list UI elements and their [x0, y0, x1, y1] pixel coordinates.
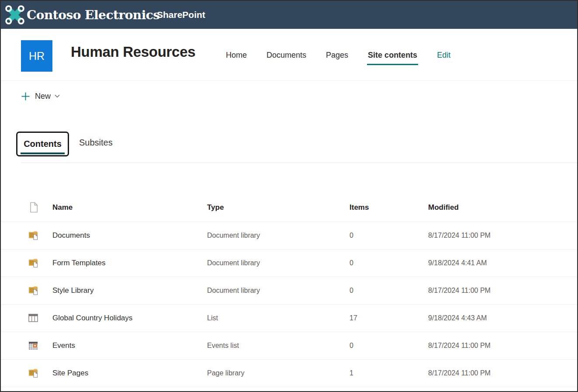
contoso-logo-icon[interactable]	[5, 5, 25, 25]
item-type: Document library	[207, 287, 350, 295]
new-button-label: New	[35, 92, 51, 101]
item-count: 0	[350, 342, 428, 350]
item-count: 17	[350, 314, 428, 322]
site-contents-table: Name Type Items Modified DocumentsDocume…	[1, 193, 577, 387]
column-header-items[interactable]: Items	[350, 203, 428, 212]
table-row[interactable]: Global Country HolidaysList179/18/2024 4…	[1, 305, 577, 332]
column-header-modified[interactable]: Modified	[428, 203, 577, 212]
nav-item-site-contents[interactable]: Site contents	[368, 51, 417, 65]
pivot-divider	[21, 163, 577, 163]
nav-item-pages[interactable]: Pages	[326, 51, 348, 65]
plus-icon	[21, 92, 30, 101]
item-modified: 9/18/2024 4:43 AM	[428, 314, 577, 322]
page-icon	[30, 202, 52, 213]
tab-subsites[interactable]: Subsites	[79, 138, 113, 148]
column-header-type[interactable]: Type	[207, 203, 350, 212]
site-navigation: Home Documents Pages Site contents Edit	[226, 51, 450, 65]
suite-top-bar: Contoso Electronics SharePoint	[1, 1, 577, 29]
item-count: 0	[350, 287, 428, 295]
tab-contents[interactable]: Contents	[16, 132, 69, 156]
item-type: Document library	[207, 259, 350, 267]
table-row[interactable]: Form TemplatesDocument library09/18/2024…	[1, 250, 577, 277]
item-name-link[interactable]: Form Templates	[52, 259, 207, 267]
item-modified: 8/17/2024 11:00 PM	[428, 232, 577, 239]
item-type: Document library	[207, 232, 350, 239]
tab-contents-label: Contents	[24, 139, 62, 149]
item-name-link[interactable]: Site Pages	[52, 369, 207, 378]
nav-item-documents[interactable]: Documents	[267, 51, 306, 65]
page-library-icon	[28, 368, 52, 378]
site-logo-tile[interactable]: HR	[21, 40, 52, 72]
table-row[interactable]: Site PagesPage library18/17/2024 11:00 P…	[1, 360, 577, 387]
site-title[interactable]: Human Resources	[71, 44, 195, 60]
new-button[interactable]: New	[21, 89, 60, 104]
document-library-icon	[28, 230, 52, 241]
item-count: 0	[350, 232, 428, 239]
nav-item-home[interactable]: Home	[226, 51, 247, 65]
item-name-link[interactable]: Documents	[52, 231, 207, 240]
table-row[interactable]: Style LibraryDocument library08/17/2024 …	[1, 277, 577, 305]
table-row[interactable]: EventsEvents list08/17/2024 11:00 PM	[1, 332, 577, 360]
site-header: HR Human Resources Home Documents Pages …	[1, 29, 577, 81]
item-modified: 8/17/2024 11:00 PM	[428, 369, 577, 377]
chevron-down-icon	[55, 94, 60, 98]
table-body: DocumentsDocument library08/17/2024 11:0…	[1, 222, 577, 387]
table-header-row: Name Type Items Modified	[1, 193, 577, 222]
column-header-name[interactable]: Name	[52, 203, 207, 212]
document-library-icon	[28, 285, 52, 296]
sharepoint-site-contents-page: Contoso Electronics SharePoint HR Human …	[0, 0, 578, 392]
item-name-link[interactable]: Events	[52, 341, 207, 350]
item-name-link[interactable]: Global Country Holidays	[52, 314, 207, 323]
brand-name: Contoso Electronics	[27, 8, 160, 22]
list-icon	[28, 313, 52, 323]
table-row[interactable]: DocumentsDocument library08/17/2024 11:0…	[1, 222, 577, 250]
item-modified: 8/17/2024 11:00 PM	[428, 287, 577, 295]
events-icon	[28, 341, 52, 350]
item-count: 0	[350, 259, 428, 267]
item-type: List	[207, 314, 350, 322]
item-modified: 8/17/2024 11:00 PM	[428, 342, 577, 350]
item-count: 1	[350, 369, 428, 377]
nav-edit-link[interactable]: Edit	[437, 51, 450, 60]
sharepoint-home-link[interactable]: SharePoint	[157, 10, 205, 20]
item-modified: 9/18/2024 4:41 AM	[428, 259, 577, 267]
document-library-icon	[28, 258, 52, 268]
item-name-link[interactable]: Style Library	[52, 286, 207, 295]
item-type: Events list	[207, 342, 350, 350]
item-type: Page library	[207, 369, 350, 377]
